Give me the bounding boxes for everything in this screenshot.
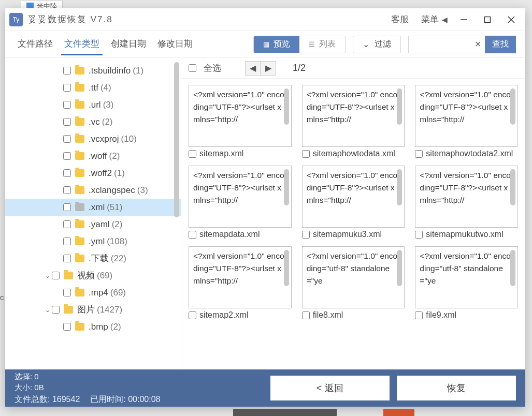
prev-page-button[interactable]: ◀ [245, 61, 261, 76]
tree-row[interactable]: .woff2 (1) [5, 165, 181, 182]
tree-row[interactable]: .tsbuildinfo (1) [5, 62, 181, 79]
next-page-button[interactable]: ▶ [261, 61, 276, 76]
tree-row[interactable]: .mp4 (69) [5, 284, 181, 301]
file-card[interactable]: <?xml version="1.0" encoding="UTF-8"?><u… [302, 85, 405, 158]
tree-row[interactable]: .yml (108) [5, 233, 181, 250]
tree-checkbox[interactable] [63, 118, 71, 126]
file-label-row: sitemapdata.xml [189, 230, 292, 239]
tree-row[interactable]: .yaml (2) [5, 216, 181, 233]
file-card[interactable]: <?xml version="1.0" encoding="UTF-8"?><u… [189, 85, 292, 158]
caret-down-icon[interactable]: ⌄ [44, 272, 52, 279]
tree-row[interactable]: .url (3) [5, 96, 181, 113]
file-name: file9.xml [426, 310, 456, 320]
menu-arrow-icon[interactable]: ◀ [442, 16, 448, 24]
tree-checkbox[interactable] [63, 203, 71, 211]
preview-scrollbar[interactable] [397, 169, 402, 205]
file-card[interactable]: <?xml version="1.0" encoding="UTF-8"?><u… [415, 85, 518, 158]
preview-scrollbar[interactable] [284, 88, 289, 125]
tree-scrollbar[interactable] [174, 62, 179, 217]
tree-checkbox[interactable] [63, 67, 71, 75]
preview-scrollbar[interactable] [284, 250, 289, 286]
file-card[interactable]: <?xml version="1.0" encoding="UTF-8"?><u… [302, 166, 405, 239]
tree-item-name: .woff [89, 151, 107, 161]
file-card[interactable]: <?xml version="1.0" encoding="UTF-8"?><u… [189, 166, 292, 239]
select-all-checkbox[interactable] [189, 64, 196, 72]
file-checkbox[interactable] [302, 311, 310, 319]
preview-scrollbar[interactable] [510, 169, 515, 205]
tree-row[interactable]: .xml (51) [5, 199, 181, 216]
preview-scrollbar[interactable] [510, 88, 515, 125]
tree-row[interactable]: .vc (2) [5, 113, 181, 130]
tree-row[interactable]: .xclangspec (3) [5, 182, 181, 199]
file-card[interactable]: <?xml version="1.0" encoding="utf-8" sta… [415, 246, 518, 320]
preview-scrollbar[interactable] [510, 250, 515, 286]
list-view-button[interactable]: ☰列表 [299, 36, 345, 53]
filter-button[interactable]: ⌄过滤 [353, 36, 401, 53]
file-name: sitemaphowtodata2.xml [426, 149, 513, 158]
search-button[interactable]: 查找 [485, 36, 516, 53]
back-button[interactable]: <返回 [270, 376, 390, 400]
file-type-tree[interactable]: .tsbuildinfo (1).ttf (4).url (3).vc (2).… [5, 58, 181, 369]
file-card[interactable]: <?xml version="1.0" encoding="UTF-8"?><u… [415, 166, 518, 239]
file-checkbox[interactable] [189, 311, 196, 319]
category-tab-2[interactable]: 创建日期 [108, 34, 149, 55]
customer-service-button[interactable]: 客服 [385, 13, 415, 25]
tree-checkbox[interactable] [63, 135, 71, 143]
tree-checkbox[interactable] [63, 186, 71, 194]
category-tab-3[interactable]: 修改日期 [154, 34, 196, 55]
menu-button[interactable]: 菜单 [415, 13, 445, 25]
tree-row[interactable]: ⌄图片 (1427) [5, 301, 181, 318]
file-checkbox[interactable] [302, 231, 310, 239]
file-checkbox[interactable] [415, 150, 423, 158]
tree-checkbox[interactable] [63, 255, 71, 262]
app-title: 妥妥数据恢复 V7.8 [28, 13, 113, 25]
edge-letter: c [0, 293, 4, 302]
tree-row[interactable]: .bmp (2) [5, 318, 181, 335]
tree-row[interactable]: .woff (2) [5, 147, 181, 165]
search-input[interactable] [408, 36, 470, 53]
file-checkbox[interactable] [302, 150, 310, 158]
tree-row[interactable]: .ttf (4) [5, 79, 181, 96]
file-checkbox[interactable] [189, 231, 196, 239]
file-checkbox[interactable] [415, 311, 423, 319]
file-name: sitemapmuku3.xml [313, 230, 382, 239]
folder-icon [75, 101, 84, 109]
tree-checkbox[interactable] [63, 323, 71, 331]
tree-checkbox[interactable] [63, 237, 71, 245]
tree-row[interactable]: ⌄视频 (69) [5, 267, 181, 284]
tree-checkbox[interactable] [52, 306, 60, 314]
tree-checkbox[interactable] [63, 101, 71, 109]
file-preview: <?xml version="1.0" encoding="utf-8" sta… [415, 246, 518, 308]
file-card[interactable]: <?xml version="1.0" encoding="utf-8" sta… [302, 246, 405, 320]
tree-checkbox[interactable] [63, 220, 71, 228]
file-label-row: sitemaphowtodata2.xml [415, 149, 518, 158]
tree-checkbox[interactable] [63, 84, 71, 92]
recover-button[interactable]: 恢复 [397, 376, 516, 400]
file-preview: <?xml version="1.0" encoding="UTF-8"?><u… [189, 246, 292, 308]
file-checkbox[interactable] [415, 231, 423, 239]
minimize-button[interactable] [452, 9, 476, 30]
file-card[interactable]: <?xml version="1.0" encoding="UTF-8"?><u… [189, 246, 292, 320]
tree-checkbox[interactable] [63, 289, 71, 296]
caret-down-icon[interactable]: ⌄ [44, 306, 52, 314]
preview-scrollbar[interactable] [397, 250, 402, 286]
maximize-button[interactable] [476, 9, 499, 30]
tree-row[interactable]: .vcxproj (10) [5, 130, 181, 147]
tree-checkbox[interactable] [63, 152, 71, 160]
tree-checkbox[interactable] [63, 169, 71, 177]
tree-checkbox[interactable] [52, 272, 60, 279]
preview-scrollbar[interactable] [284, 169, 289, 205]
tree-item-count: (2) [112, 219, 123, 230]
tree-item-name: .mp4 [89, 288, 108, 298]
file-label-row: sitemap2.xml [189, 310, 292, 320]
preview-scrollbar[interactable] [397, 88, 402, 125]
close-button[interactable] [499, 9, 523, 30]
file-checkbox[interactable] [189, 150, 196, 158]
tree-row[interactable]: .下载 (22) [5, 250, 181, 267]
category-tab-1[interactable]: 文件类型 [61, 34, 103, 55]
preview-view-button[interactable]: ▦预览 [254, 36, 299, 53]
titlebar: Ty 妥妥数据恢复 V7.8 客服 菜单 ◀ [5, 8, 525, 31]
search-clear-button[interactable]: ✕ [470, 36, 485, 53]
category-tab-0[interactable]: 文件路径 [15, 34, 56, 55]
tree-item-name: .bmp [89, 322, 108, 332]
